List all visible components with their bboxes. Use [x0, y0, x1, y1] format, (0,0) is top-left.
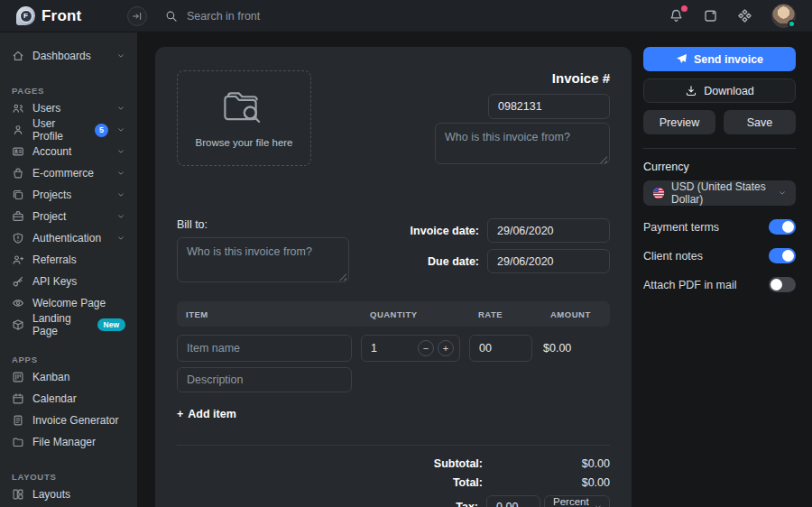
sidebar-item-layouts[interactable]: Layouts — [0, 484, 137, 505]
sidebar-item-kanban[interactable]: Kanban — [0, 366, 137, 388]
sidebar-item-label: Layouts — [32, 488, 70, 501]
chevron-down-icon — [116, 51, 125, 60]
attach-pdf-toggle[interactable] — [769, 277, 796, 292]
tax-label: Tax: — [456, 501, 478, 507]
download-button[interactable]: Download — [643, 78, 796, 103]
chevron-down-icon — [778, 189, 787, 198]
subtotal-label: Subtotal: — [434, 457, 483, 470]
house-icon — [12, 50, 24, 62]
sidebar-item-users[interactable]: Users — [0, 97, 137, 119]
payment-terms-label: Payment terms — [643, 221, 719, 234]
brand-name: Front — [42, 7, 81, 25]
sidebar-item-user-profile[interactable]: User Profile 5 — [0, 119, 137, 141]
sidebar-item-label: API Keys — [32, 275, 77, 288]
chevron-down-icon — [116, 212, 125, 221]
sidebar-item-project[interactable]: Project — [0, 206, 137, 227]
total-value: $0.00 — [483, 476, 610, 489]
chevron-down-icon — [116, 125, 125, 134]
send-plane-icon — [676, 53, 687, 65]
sidebar-item-file-manager[interactable]: File Manager — [0, 431, 137, 453]
shield-icon — [12, 232, 24, 244]
bill-to-textarea[interactable] — [177, 237, 349, 282]
tax-unit-select[interactable]: Percent (%) — [544, 495, 610, 507]
person-icon — [12, 124, 24, 136]
currency-select[interactable]: USD (United States Dollar) — [643, 180, 796, 206]
col-header-amount: Amount — [550, 309, 620, 319]
unfold-window-icon[interactable] — [703, 8, 718, 23]
user-avatar[interactable] — [771, 4, 796, 28]
sidebar-item-label: Project — [32, 210, 66, 223]
sidebar-item-dashboards[interactable]: Dashboards — [0, 45, 137, 67]
new-badge: New — [97, 318, 125, 331]
save-button[interactable]: Save — [724, 110, 796, 134]
rate-input[interactable] — [469, 335, 532, 362]
sidebar-item-label: Account — [32, 145, 71, 158]
chevron-down-icon — [116, 147, 125, 156]
online-status-dot — [788, 20, 796, 28]
upload-label: Browse your file here — [195, 137, 292, 148]
sidebar-item-projects[interactable]: Projects — [0, 184, 137, 206]
sidebar-item-api-keys[interactable]: API Keys — [0, 271, 137, 292]
bill-to-label: Bill to: — [177, 218, 349, 231]
quantity-increase-button[interactable]: + — [438, 340, 454, 356]
sidebar-item-label: User Profile — [32, 117, 81, 143]
sidebar-item-label: File Manager — [32, 436, 96, 448]
sidebar-item-account[interactable]: Account — [0, 141, 137, 162]
search-input[interactable] — [187, 10, 349, 23]
attach-pdf-label: Attach PDF in mail — [643, 279, 737, 291]
preview-button[interactable]: Preview — [643, 110, 715, 134]
kanban-icon — [12, 371, 24, 383]
chevron-down-icon — [116, 190, 125, 199]
notification-bell-icon[interactable] — [669, 8, 684, 23]
main-content: Browse your file here Invoice # Bill to:… — [137, 32, 812, 507]
payment-terms-toggle[interactable] — [769, 219, 796, 235]
tax-input[interactable] — [486, 495, 540, 507]
sidebar-item-calendar[interactable]: Calendar — [0, 388, 137, 410]
invoice-number-input[interactable] — [488, 94, 610, 119]
invoice-date-input[interactable] — [487, 218, 610, 243]
item-row: − + $0.00 — [177, 335, 610, 362]
sidebar-item-landing-page[interactable]: Landing Page New — [0, 314, 137, 336]
sidebar-item-welcome-page[interactable]: Welcome Page — [0, 292, 137, 314]
amount-value: $0.00 — [541, 342, 611, 355]
brand-logo[interactable]: F Front — [0, 6, 137, 25]
invoice-from-textarea[interactable] — [435, 123, 610, 164]
receipt-icon — [12, 414, 24, 427]
sidebar-item-invoice-generator[interactable]: Invoice Generator — [0, 410, 137, 431]
sidebar-item-label: Users — [32, 102, 60, 115]
key-icon — [12, 275, 24, 288]
quantity-decrease-button[interactable]: − — [418, 340, 434, 356]
sidebar-item-referrals[interactable]: Referrals — [0, 249, 137, 271]
client-notes-label: Client notes — [643, 250, 703, 263]
item-name-input[interactable] — [177, 335, 352, 362]
panel-divider — [643, 148, 796, 149]
person-plus-icon — [12, 254, 24, 266]
sidebar-section-layouts: Layouts — [0, 466, 137, 482]
notification-dot — [681, 5, 687, 12]
sidebar-collapse-button[interactable] — [127, 6, 147, 26]
logo-upload-dropzone[interactable]: Browse your file here — [177, 70, 311, 166]
due-date-input[interactable] — [487, 249, 610, 273]
layout-icon — [12, 488, 24, 501]
sidebar-item-label: Projects — [32, 189, 71, 201]
chevron-down-icon — [116, 104, 125, 113]
add-item-button[interactable]: + Add item — [177, 408, 236, 420]
sidebar-item-authentication[interactable]: Authentication — [0, 227, 137, 249]
apps-grid-icon[interactable] — [737, 8, 752, 23]
currency-value: USD (United States Dollar) — [671, 180, 771, 206]
sidebar-item-ecommerce[interactable]: E-commerce — [0, 162, 137, 184]
send-invoice-button[interactable]: Send invoice — [643, 47, 796, 71]
description-input[interactable] — [177, 367, 352, 392]
invoice-card: Browse your file here Invoice # Bill to:… — [155, 47, 632, 507]
sidebar-item-label: Calendar — [32, 392, 77, 405]
calendar-icon — [12, 392, 24, 405]
us-flag-icon — [652, 187, 665, 199]
sidebar-section-apps: Apps — [0, 348, 137, 364]
sidebar-item-label: Welcome Page — [32, 297, 106, 309]
chevron-down-icon — [116, 169, 125, 178]
client-notes-toggle[interactable] — [769, 248, 796, 263]
id-card-icon — [12, 145, 24, 158]
quantity-stepper: − + — [361, 335, 460, 362]
due-date-label: Due date: — [356, 255, 487, 268]
description-row — [177, 367, 610, 392]
